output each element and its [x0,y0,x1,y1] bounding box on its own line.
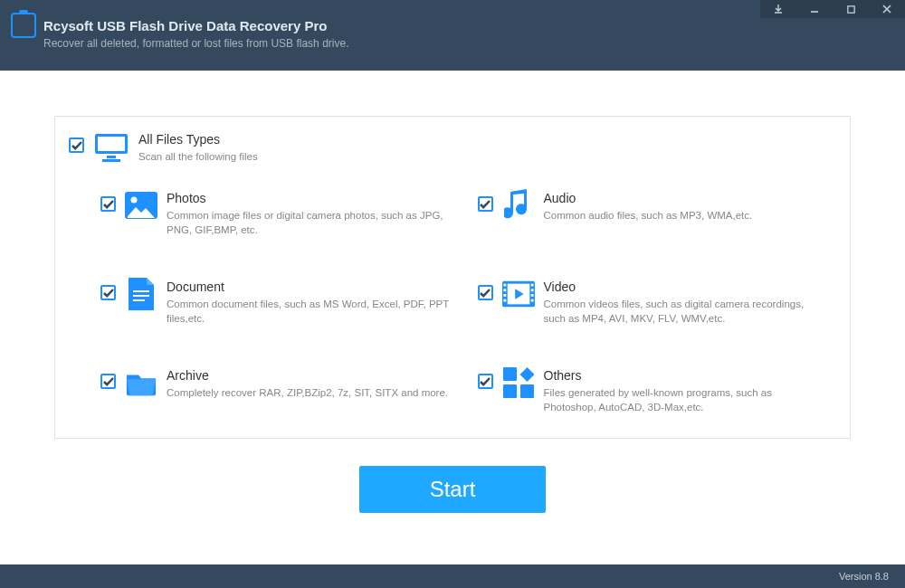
svg-rect-21 [503,384,517,398]
svg-rect-15 [503,299,506,302]
archive-icon [125,366,157,399]
svg-rect-7 [133,290,149,292]
close-icon [881,4,892,14]
option-all-desc: Scan all the following files [138,149,827,164]
archive-desc: Completely recover RAR, ZIP,BZip2, 7z, S… [167,385,451,400]
document-desc: Common document files, such as MS Word, … [167,297,451,326]
video-title: Video [544,280,828,294]
main-content: All Files Types Scan all the following f… [0,71,905,564]
maximize-button[interactable] [833,0,869,18]
svg-rect-18 [530,294,533,297]
svg-rect-0 [847,5,853,12]
checkbox-document[interactable] [100,285,116,300]
file-type-panel: All Files Types Scan all the following f… [54,116,851,439]
download-button[interactable] [760,0,796,18]
app-subtitle: Recover all deleted, formatted or lost f… [43,37,348,50]
svg-rect-20 [503,367,517,381]
maximize-icon [846,5,856,14]
option-archive: Archive Completely recover RAR, ZIP,BZip… [100,366,451,414]
option-all-title: All Files Types [138,132,827,147]
others-desc: Files generated by well-known programs, … [544,385,828,414]
checkbox-others[interactable] [478,374,493,389]
close-button[interactable] [869,0,905,18]
version-label: Version 8.8 [839,571,889,582]
option-photos: Photos Common image files or digital cam… [100,189,451,237]
svg-rect-16 [530,284,533,287]
archive-title: Archive [167,368,451,383]
svg-rect-14 [503,294,506,297]
option-all: All Files Types Scan all the following f… [69,130,827,166]
svg-point-6 [131,197,138,204]
others-icon [502,366,535,399]
header: Rcysoft USB Flash Drive Data Recovery Pr… [0,0,905,71]
svg-rect-8 [133,295,149,297]
others-title: Others [544,368,828,383]
audio-desc: Common audio files, such as MP3, WMA,etc… [544,208,828,223]
svg-rect-19 [530,299,533,302]
option-audio: Audio Common audio files, such as MP3, W… [478,189,828,237]
option-document: Document Common document files, such as … [100,278,451,326]
svg-rect-2 [98,137,125,151]
document-icon [125,278,157,310]
option-video: Video Common videos files, such as digit… [478,278,828,326]
start-area: Start [54,439,851,540]
logo-area: Rcysoft USB Flash Drive Data Recovery Pr… [0,0,359,71]
minimize-icon [809,4,820,14]
app-title: Rcysoft USB Flash Drive Data Recovery Pr… [43,18,348,33]
svg-rect-3 [107,156,116,158]
minimize-button[interactable] [796,0,833,18]
header-text: Rcysoft USB Flash Drive Data Recovery Pr… [43,9,348,50]
svg-rect-9 [133,299,145,301]
start-button[interactable]: Start [359,466,547,513]
photos-title: Photos [167,191,451,205]
footer: Version 8.8 [0,564,905,588]
photos-icon [125,189,157,222]
checkbox-archive[interactable] [100,374,116,389]
svg-rect-13 [503,289,506,292]
download-icon [773,4,784,14]
photos-desc: Common image files or digital camera pho… [167,208,451,237]
checkbox-all[interactable] [69,138,84,153]
option-others: Others Files generated by well-known pro… [478,366,828,414]
checkbox-photos[interactable] [100,196,116,212]
svg-rect-22 [520,384,534,398]
audio-title: Audio [544,191,828,205]
window-controls [760,0,905,18]
video-desc: Common videos files, such as digital cam… [544,297,828,326]
svg-rect-17 [530,289,533,292]
checkbox-video[interactable] [478,285,493,300]
svg-rect-4 [102,159,120,162]
checkbox-audio[interactable] [478,196,493,212]
audio-icon [502,189,535,222]
monitor-icon [93,130,129,166]
document-title: Document [167,280,451,294]
video-icon [502,278,535,310]
svg-rect-12 [503,284,506,287]
app-logo-icon [11,13,36,38]
